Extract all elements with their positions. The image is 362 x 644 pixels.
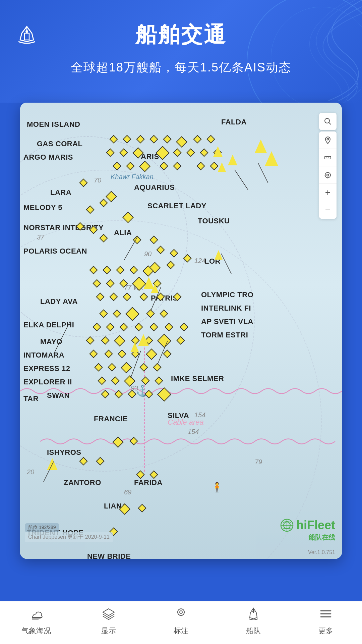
svg-line-2 [329,122,331,124]
person-icon: 🧍 [211,482,223,493]
ship-mayo: MAYO [40,337,62,346]
ship-lara: LARA [50,188,71,197]
svg-point-9 [325,172,330,178]
nav-item-more[interactable]: 更多 [306,607,346,636]
depth-69: 69 [124,488,131,496]
nav-more-label: 更多 [318,626,333,636]
map-control-group: + − [319,131,337,219]
ship-triangle [138,334,149,346]
nav-mark-label: 标注 [174,626,188,636]
ship-gas-coral: GAS CORAL [37,140,83,148]
ruler-button[interactable] [319,149,337,166]
pin-icon [174,607,188,624]
ship-tousku: TOUSKU [198,217,230,225]
location-coords: 船位 192/289 [28,525,56,530]
chart-watermark: Chart Jeppesen 更新于 2020-9-11 [25,532,113,542]
ship-argo-maris: ARGO MARIS [23,153,73,162]
chart-source-text: Chart Jeppesen 更新于 2020-9-11 [28,534,110,540]
page-title: 船舶交通 [135,20,253,49]
bottom-navigation: 气象海况 显示 标注 [0,601,362,644]
nav-item-weather[interactable]: 气象海况 [16,607,56,636]
ship-francie: FRANCIE [94,415,128,423]
depth-20: 20 [27,468,34,476]
svg-point-0 [25,30,28,33]
hifleet-icon [280,519,294,532]
ship-olympic-tro: OLYMPIC TRO [201,290,253,299]
ship-melody5: MELODY 5 [23,203,62,212]
hifleet-name: hiFleet [296,518,335,532]
nav-fleet-label: 船队 [246,626,261,636]
ship-triangle [131,342,139,352]
menu-icon [319,607,333,624]
ship-lady-ava: LADY AVA [40,297,78,306]
ship-polaris-ocean: POLARIS OCEAN [23,247,87,256]
depth-124: 124 [194,257,205,265]
hifleet-tagline: 船队在线 [308,533,335,542]
hifleet-logo-area: hiFleet 船队在线 [280,518,335,542]
ship-triangle [213,146,223,157]
depth-90: 90 [144,250,152,258]
depth-70: 70 [94,176,101,184]
ship-express12: EXPRESS 12 [23,364,70,373]
ship-triangle-upper-right [255,140,267,153]
svg-point-34 [252,610,254,612]
map-controls: + − [319,113,337,219]
ship-triangle [151,284,159,293]
weather-icon [29,607,43,624]
svg-point-1 [325,118,329,123]
ship-farida: FARIDA [134,478,163,487]
svg-point-32 [180,611,182,613]
location-badge: 船位 192/289 [25,523,59,532]
ship-triangle-upper-right-2 [265,151,278,166]
header-section: 船舶交通 全球超18万艘船，每天1.5亿条AIS动态 [0,0,362,103]
ship-moen-island: MOEN ISLAND [27,120,80,129]
nav-item-mark[interactable]: 标注 [161,607,201,636]
nav-display-label: 显示 [101,626,116,636]
hifleet-brand: hiFleet [280,518,335,532]
svg-point-10 [327,174,329,176]
zoom-out-button[interactable]: − [319,201,337,219]
svg-point-30 [178,609,184,615]
ship-explorer2: EXPLORER II [23,378,72,386]
nav-weather-label: 气象海况 [21,626,51,636]
ship-swan: SWAN [47,391,70,400]
cable-boundary-wave-2 [40,435,342,448]
region-label: Khawr Fakkan [111,173,154,181]
header-top: 船舶交通 [13,20,349,49]
ship-aquarius: AQUARIUS [134,183,175,192]
nav-item-display[interactable]: 显示 [88,607,129,636]
depth-79: 79 [255,458,262,466]
location-button[interactable] [319,131,337,149]
svg-point-3 [327,138,329,140]
ship-triangle-right [215,250,223,260]
fleet-icon [246,607,260,624]
version-label: Ver.1.0.751 [308,549,335,555]
nav-item-fleet[interactable]: 船队 [233,607,274,636]
map-area[interactable]: Khawr Fakkan 70 37 90 124 77 Wk 93 154 2… [20,103,342,559]
spacer [0,559,362,569]
zoom-in-button[interactable]: + [319,184,337,201]
cable-area-label: Cable area [168,418,204,427]
ship-triangle-bottom [47,458,58,470]
page-subtitle: 全球超18万艘船，每天1.5亿条AIS动态 [13,59,349,76]
ship-elka: ELKA DELPHI [23,321,74,329]
ship-scarlet-lady: SCARLET LADY [147,202,206,210]
ship-ishyros: ISHYROS [47,448,81,457]
search-button[interactable] [319,113,337,130]
ship-triangle [218,162,226,172]
depth-37: 37 [37,233,44,241]
app-logo [13,21,40,48]
ship-new-bride: NEW BRIDE [87,552,131,559]
ship-tar: TAR [23,394,39,403]
ship-alia: ALIA [114,228,132,237]
ship-zantoro: ZANTORO [64,478,101,487]
pink-dashed-line [144,337,145,472]
ship-falda: FALDA [221,118,247,126]
ship-triangle [228,155,237,165]
wave-decoration-svg [194,0,362,101]
ship-patris: PATRIS [151,294,178,303]
ship-ap-sveti: AP SVETI VLA [201,317,253,326]
ship-intomara: INTOMARA [23,351,64,360]
map-container[interactable]: Khawr Fakkan 70 37 90 124 77 Wk 93 154 2… [20,103,342,559]
target-button[interactable] [319,166,337,184]
